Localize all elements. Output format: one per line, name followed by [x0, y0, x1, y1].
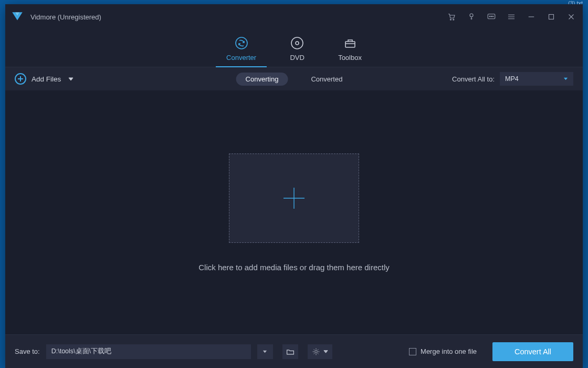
converter-icon	[234, 36, 249, 50]
chevron-down-icon	[68, 75, 74, 83]
app-title: Vidmore (Unregistered)	[30, 13, 101, 21]
app-window: Vidmore (Unregistered)	[5, 4, 583, 368]
svg-point-8	[236, 37, 247, 49]
merge-checkbox[interactable]: Merge into one file	[409, 347, 477, 355]
menu-icon[interactable]	[506, 12, 517, 22]
status-pills: Converting Converted	[236, 73, 352, 86]
chevron-down-icon	[323, 349, 328, 354]
svg-point-4	[489, 16, 490, 17]
svg-point-1	[453, 19, 454, 20]
plus-circle-icon	[15, 73, 26, 85]
workspace: Click here to add media files or drag th…	[5, 90, 583, 334]
convert-all-button[interactable]: Convert All	[492, 342, 573, 361]
main-tabs: Converter DVD Toolbox	[5, 29, 583, 67]
chevron-down-icon	[563, 75, 568, 83]
format-selected-value: MP4	[505, 75, 519, 83]
plus-icon	[281, 185, 307, 211]
footer: Save to: D:\tools\桌面\下载吧 Merge into one …	[5, 334, 583, 368]
svg-point-15	[314, 350, 317, 353]
pill-converted[interactable]: Converted	[301, 73, 352, 86]
close-icon[interactable]	[566, 12, 576, 22]
settings-dropdown[interactable]	[308, 344, 332, 359]
cart-icon[interactable]	[446, 12, 457, 22]
svg-marker-16	[324, 351, 328, 353]
tab-toolbox[interactable]: Toolbox	[338, 36, 362, 67]
svg-point-2	[470, 14, 473, 17]
svg-point-6	[492, 16, 494, 17]
gear-icon	[312, 347, 320, 356]
svg-point-9	[291, 37, 303, 49]
add-files-label: Add Files	[32, 75, 61, 83]
minimize-icon[interactable]	[526, 12, 537, 22]
key-icon[interactable]	[466, 12, 477, 22]
merge-label: Merge into one file	[421, 347, 477, 355]
folder-icon	[286, 347, 295, 356]
svg-rect-7	[549, 15, 554, 19]
svg-point-0	[450, 19, 451, 20]
maximize-icon[interactable]	[546, 12, 556, 22]
tab-label: DVD	[290, 54, 304, 62]
toolbox-icon	[343, 36, 358, 50]
app-logo	[10, 10, 24, 24]
titlebar-actions	[446, 12, 576, 22]
svg-point-5	[491, 16, 492, 17]
save-path-dropdown[interactable]	[257, 344, 273, 359]
open-folder-button[interactable]	[282, 344, 298, 359]
feedback-icon[interactable]	[486, 12, 497, 22]
pill-converting[interactable]: Converting	[236, 73, 288, 86]
svg-point-10	[296, 42, 299, 45]
drop-hint: Click here to add media files or drag th…	[198, 263, 390, 272]
chevron-down-icon	[262, 349, 267, 354]
svg-marker-12	[69, 78, 73, 80]
tab-converter[interactable]: Converter	[226, 36, 256, 67]
dropzone[interactable]	[229, 154, 359, 243]
checkbox-icon	[409, 348, 416, 355]
dvd-icon	[290, 36, 304, 50]
tab-label: Toolbox	[338, 54, 362, 62]
toolbar: Add Files Converting Converted Convert A…	[5, 67, 583, 90]
save-to-label: Save to:	[15, 347, 40, 355]
tab-label: Converter	[226, 54, 256, 62]
svg-marker-14	[263, 351, 267, 353]
convert-all-to-label: Convert All to:	[452, 75, 495, 83]
svg-rect-11	[345, 42, 355, 47]
titlebar: Vidmore (Unregistered)	[5, 4, 583, 29]
convert-all-to: Convert All to: MP4	[452, 72, 573, 86]
svg-marker-13	[564, 78, 568, 80]
format-select[interactable]: MP4	[500, 72, 573, 86]
add-files-button[interactable]: Add Files	[15, 73, 74, 85]
tab-dvd[interactable]: DVD	[290, 36, 304, 67]
save-path-input[interactable]: D:\tools\桌面\下载吧	[46, 344, 251, 359]
